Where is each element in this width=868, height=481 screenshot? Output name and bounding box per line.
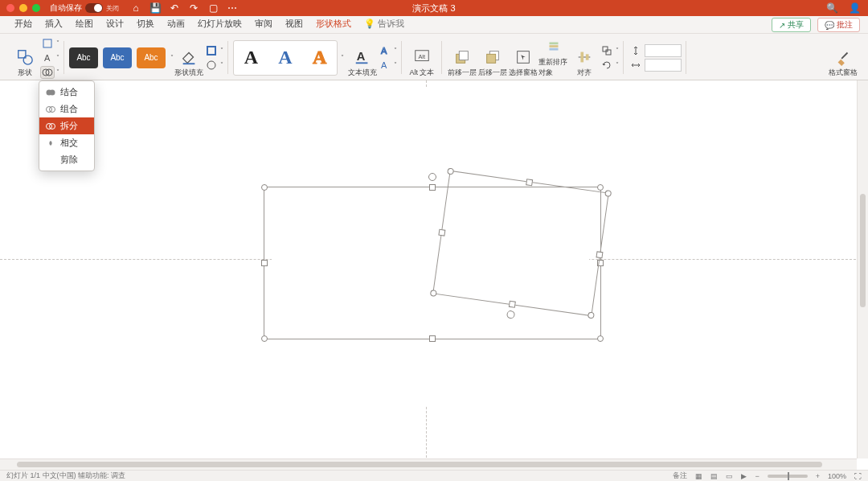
tell-me-search[interactable]: 💡 告诉我 (358, 15, 411, 33)
wordart-style-2[interactable]: A (278, 47, 292, 68)
merge-intersect-item[interactable]: 相交 (39, 134, 94, 151)
zoom-level[interactable]: 100% (828, 472, 846, 480)
chevron-down-icon[interactable]: ˅ (616, 61, 619, 68)
more-icon[interactable]: ⋯ (227, 2, 238, 14)
fit-to-window-icon[interactable]: ⛶ (854, 472, 862, 480)
zoom-slider[interactable] (768, 475, 808, 478)
tab-home[interactable]: 开始 (8, 15, 39, 33)
width-input[interactable] (645, 59, 682, 72)
minimize-window-button[interactable] (19, 4, 27, 12)
text-effects-icon[interactable]: A (378, 59, 392, 72)
selection-box-inner[interactable] (432, 171, 609, 316)
selection-pane-button[interactable]: 选择窗格 (508, 38, 538, 78)
chevron-down-icon[interactable]: ˅ (394, 47, 397, 54)
merge-combine-item[interactable]: 组合 (39, 101, 94, 117)
close-window-button[interactable] (6, 4, 14, 12)
shape-style-gallery[interactable]: Abc Abc Abc ˅ (69, 47, 174, 68)
shape-style-orange[interactable]: Abc (137, 47, 166, 68)
wordart-gallery[interactable]: A A A (233, 40, 338, 76)
tab-transitions[interactable]: 切换 (130, 15, 161, 33)
tab-draw[interactable]: 绘图 (69, 15, 100, 33)
tab-design[interactable]: 设计 (100, 15, 130, 33)
resize-handle-n[interactable] (429, 184, 436, 191)
align-button[interactable]: 对齐 (569, 38, 600, 78)
height-input[interactable] (645, 44, 682, 57)
chevron-down-icon[interactable]: ˅ (56, 54, 59, 61)
view-slideshow-icon[interactable]: ▶ (741, 472, 747, 480)
resize-handle-s[interactable] (509, 301, 516, 308)
resize-handle-e[interactable] (596, 251, 604, 258)
wordart-style-1[interactable]: A (244, 47, 258, 68)
slide-canvas[interactable] (0, 80, 868, 470)
maximize-window-button[interactable] (32, 4, 40, 12)
rotate-handle[interactable] (428, 173, 436, 181)
chevron-down-icon[interactable]: ˅ (341, 54, 344, 61)
tab-insert[interactable]: 插入 (39, 15, 69, 33)
autosave-switch[interactable] (85, 3, 103, 13)
shape-outline-icon[interactable] (204, 44, 219, 57)
resize-handle-nw[interactable] (447, 167, 454, 175)
scroll-thumb[interactable] (860, 194, 866, 307)
resize-handle-sw[interactable] (261, 335, 268, 342)
merge-union-item[interactable]: 结合 (39, 84, 94, 101)
rotate-icon[interactable] (600, 59, 614, 72)
view-sorter-icon[interactable]: ▤ (710, 472, 718, 480)
redo-icon[interactable]: ↷ (188, 2, 199, 14)
resize-handle-w[interactable] (261, 260, 268, 266)
shape-effects-icon[interactable] (204, 59, 219, 72)
save-icon[interactable]: 💾 (149, 2, 161, 14)
reorder-button[interactable]: 重新排序对象 (538, 38, 569, 78)
account-icon[interactable]: 👤 (849, 2, 860, 14)
resize-handle-s[interactable] (429, 335, 436, 342)
resize-handle-se[interactable] (597, 335, 604, 342)
insert-shape-button[interactable]: 形状 (10, 38, 40, 78)
share-button[interactable]: ↗ 共享 (772, 18, 811, 32)
bring-forward-button[interactable]: 前移一层 (447, 38, 477, 78)
shape-style-blue[interactable]: Abc (103, 47, 132, 68)
undo-icon[interactable]: ↶ (169, 2, 180, 14)
chevron-down-icon[interactable]: ˅ (616, 47, 619, 54)
chevron-down-icon[interactable]: ˅ (56, 68, 59, 76)
chevron-down-icon[interactable]: ˅ (394, 61, 397, 68)
autosave-toggle[interactable]: 自动保存 关闭 (50, 2, 119, 14)
resize-handle-ne[interactable] (604, 190, 612, 197)
tab-slideshow[interactable]: 幻灯片放映 (191, 15, 248, 33)
send-backward-button[interactable]: 后移一层 (477, 38, 508, 78)
wordart-style-3[interactable]: A (313, 47, 326, 68)
group-icon[interactable] (600, 44, 614, 57)
merge-shapes-icon[interactable] (40, 66, 55, 79)
resize-handle-ne[interactable] (597, 184, 604, 191)
comments-button[interactable]: 💬 批注 (817, 18, 860, 32)
view-normal-icon[interactable]: ▦ (695, 472, 702, 480)
zoom-in-button[interactable]: + (816, 472, 820, 480)
search-icon[interactable]: 🔍 (826, 2, 837, 14)
notes-button[interactable]: 备注 (673, 471, 687, 481)
text-outline-icon[interactable]: A (378, 44, 392, 57)
chevron-down-icon[interactable]: ˅ (56, 39, 59, 47)
view-reading-icon[interactable]: ▭ (726, 472, 733, 480)
chevron-down-icon[interactable]: ˅ (220, 47, 223, 54)
home-icon[interactable]: ⌂ (130, 2, 141, 14)
shape-style-dark[interactable]: Abc (69, 47, 98, 68)
alt-text-button[interactable]: Alt Alt 文本 (407, 38, 437, 78)
edit-shape-icon[interactable] (40, 37, 55, 50)
tab-review[interactable]: 审阅 (248, 15, 279, 33)
shape-fill-button[interactable]: 形状填充 (174, 38, 204, 78)
text-box-icon[interactable]: A (40, 51, 55, 64)
format-pane-button[interactable]: 格式窗格 (828, 38, 858, 78)
tab-animations[interactable]: 动画 (161, 15, 191, 33)
tab-shape-format[interactable]: 形状格式 (309, 15, 358, 33)
merge-fragment-item[interactable]: 拆分 (39, 117, 94, 134)
scroll-thumb[interactable] (17, 462, 822, 467)
resize-handle-n[interactable] (526, 179, 533, 186)
text-fill-button[interactable]: A 文本填充 (347, 38, 378, 78)
resize-handle-w[interactable] (438, 228, 445, 236)
chevron-down-icon[interactable]: ˅ (220, 61, 223, 68)
resize-handle-nw[interactable] (261, 184, 268, 191)
horizontal-scrollbar[interactable] (0, 458, 857, 470)
vertical-scrollbar[interactable] (857, 80, 868, 458)
zoom-out-button[interactable]: − (755, 472, 759, 480)
tab-view[interactable]: 视图 (279, 15, 309, 33)
merge-subtract-item[interactable]: 剪除 (39, 151, 94, 168)
present-icon[interactable]: ▢ (207, 2, 219, 14)
